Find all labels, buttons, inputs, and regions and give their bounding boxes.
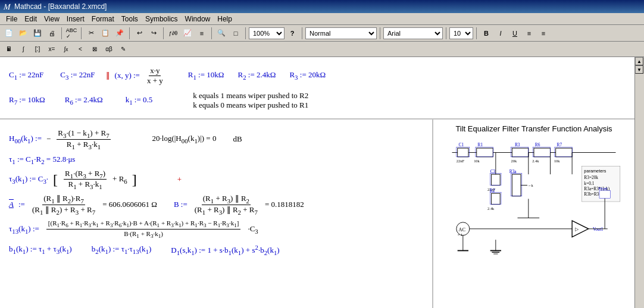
- svg-text:parameters: parameters: [584, 168, 606, 174]
- b2-def: b2(k1) := τ1·τ13(k1): [92, 244, 152, 255]
- insert-graph-button[interactable]: 📈: [181, 27, 194, 40]
- zoom-in-button[interactable]: 🔍: [215, 27, 228, 40]
- menu-edit[interactable]: Edit: [21, 14, 40, 24]
- svg-rect-62: [599, 191, 610, 199]
- zoom-select[interactable]: 100%: [249, 27, 285, 39]
- math-palette3[interactable]: x=: [45, 43, 58, 56]
- toolbar-2: 🖩 ∫ [⁚] x= ∫x < ⊠ αβ ✎: [0, 42, 644, 57]
- math-palette1[interactable]: ∫: [17, 43, 30, 56]
- math-palette2[interactable]: [⁚]: [31, 43, 44, 56]
- menu-tools[interactable]: Tools: [118, 14, 142, 24]
- spell-button[interactable]: ABC✓: [65, 27, 78, 40]
- h00-lhs: H00(k1) :=: [9, 134, 42, 144]
- svg-text:10k: 10k: [474, 159, 480, 163]
- scroll-down-button[interactable]: ▼: [635, 65, 643, 74]
- B-fraction: (R1 + R3) ‖ R2 (R1 + R3) ‖ R2 + R7: [193, 194, 259, 215]
- circuit-area: Tilt Equalizer Filter Transfer Function …: [432, 120, 634, 308]
- svg-rect-15: [492, 193, 501, 204]
- pipe-sym: ‖: [106, 71, 110, 80]
- tau3-fraction: R1·(R3 + R7) R1 + R3·k1: [64, 169, 107, 190]
- math-palette8[interactable]: ✎: [117, 43, 130, 56]
- font-size-select[interactable]: 10: [449, 27, 473, 39]
- undo-button[interactable]: ↩: [133, 27, 146, 40]
- svg-text:10k: 10k: [554, 159, 560, 163]
- right-scrollbar[interactable]: ▲ ▼: [634, 57, 644, 308]
- new-button[interactable]: 📄: [2, 27, 15, 40]
- menu-view[interactable]: View: [40, 14, 63, 24]
- menu-window[interactable]: Window: [182, 14, 214, 24]
- paste-button[interactable]: 📌: [113, 27, 126, 40]
- title-bar: 𝑀 Mathcad - [Baxandal 2.xmcd]: [0, 0, 644, 13]
- tau13-fraction: [(R1·R6 + R1·R3·k1 + R3·R6·k1)·B + A·(R1…: [46, 219, 241, 240]
- r1-def: R1 := 10kΩ: [188, 70, 224, 81]
- top-section: C1 := 22nF C3 := 22nF ‖ (x, y) := x·y x …: [0, 57, 634, 120]
- main-area: C1 := 22nF C3 := 22nF ‖ (x, y) := x·y x …: [0, 57, 644, 308]
- svg-text:2.4k: 2.4k: [532, 159, 539, 163]
- tau3-close-bracket: ]: [132, 172, 137, 187]
- style-select[interactable]: Normal: [305, 27, 377, 39]
- math-palette5[interactable]: <: [74, 43, 87, 56]
- fxy-fraction: x·y x + y: [146, 66, 164, 86]
- redo-button[interactable]: ↪: [147, 27, 160, 40]
- underline-button[interactable]: U: [508, 27, 521, 40]
- svg-rect-24: [512, 174, 521, 196]
- svg-text:R2: R2: [490, 188, 495, 193]
- open-button[interactable]: 📂: [17, 27, 30, 40]
- svg-text:R1: R1: [478, 142, 483, 147]
- tau3-lhs: τ3(k1) := C3·: [9, 174, 48, 185]
- scroll-up-button[interactable]: ▲: [635, 57, 643, 65]
- svg-text:= 1: = 1: [458, 232, 462, 237]
- print-button[interactable]: 🖨: [45, 27, 58, 40]
- A-val: = 606.0606061 Ω: [102, 200, 157, 209]
- ab-row: A := (R1 ‖ R2)·R7 (R1 ‖ R2) + R3 + R7 = …: [9, 194, 423, 215]
- math-content: H00(k1) := − R3·(1 − k1) + R7 R1 + R3·k1…: [0, 120, 432, 308]
- svg-rect-12: [512, 148, 529, 157]
- insert-text-button[interactable]: ≡: [195, 27, 208, 40]
- svg-text:R7: R7: [557, 142, 562, 147]
- A-assign: :=: [18, 200, 25, 209]
- math-palette4[interactable]: ∫x: [60, 43, 73, 56]
- h00-neg: −: [46, 134, 51, 144]
- r6-def: R6 := 2.4kΩ: [65, 95, 103, 106]
- window-title: Mathcad - [Baxandal 2.xmcd]: [14, 2, 107, 11]
- save-button[interactable]: 💾: [31, 27, 44, 40]
- toolbar-1: 📄 📂 💾 🖨 ABC✓ ✂ 📋 📌 ↩ ↪ ƒ∂θ 📈 ≡ 🔍 □ 100% …: [0, 25, 644, 42]
- app-icon: 𝑀: [4, 2, 11, 12]
- r3-def: R3 := 20kΩ: [289, 70, 326, 81]
- svg-text:20k: 20k: [511, 159, 517, 163]
- align-right-button[interactable]: ≡: [537, 27, 550, 40]
- tau1-def: τ1 := C1·R2 = 52.8·μs: [9, 155, 75, 165]
- menu-file[interactable]: File: [2, 14, 21, 24]
- r7-def: R7 := 10kΩ: [9, 95, 45, 106]
- svg-text:R3a: R3a: [509, 169, 517, 174]
- calculator-button[interactable]: 🖩: [2, 43, 15, 56]
- tau13-lhs: τ13(k1) :=: [9, 224, 39, 235]
- h00-eq2: 20·log(|H00(k1)|) = 0: [152, 134, 217, 144]
- menu-help[interactable]: Help: [214, 14, 236, 24]
- B-lhs: B :=: [174, 200, 187, 209]
- menu-insert[interactable]: Insert: [63, 14, 88, 24]
- insert-math-button[interactable]: ƒ∂θ: [167, 27, 180, 40]
- svg-rect-9: [492, 174, 501, 185]
- copy-button[interactable]: 📋: [99, 27, 112, 40]
- svg-text:2.4k: 2.4k: [487, 206, 495, 210]
- k1-def: k1 := 0.5: [126, 95, 153, 106]
- align-left-button[interactable]: ≡: [523, 27, 536, 40]
- zoom-out-button[interactable]: □: [229, 27, 242, 40]
- notes: k equals 1 means wiper pushed to R2 k eq…: [193, 91, 308, 110]
- bold-button[interactable]: B: [480, 27, 493, 40]
- menu-bar: File Edit View Insert Format Tools Symbo…: [0, 13, 644, 25]
- cut-button[interactable]: ✂: [85, 27, 98, 40]
- menu-symbolics[interactable]: Symbolics: [142, 14, 182, 24]
- italic-button[interactable]: I: [494, 27, 507, 40]
- content-wrapper: C1 := 22nF C3 := 22nF ‖ (x, y) := x·y x …: [0, 57, 634, 308]
- A-symbol: A: [9, 200, 14, 209]
- fxy-def: (x, y) :=: [115, 71, 140, 80]
- b1-def: b1(k1) := τ1 + τ3(k1): [9, 244, 72, 255]
- math-palette7[interactable]: αβ: [102, 43, 115, 56]
- menu-format[interactable]: Format: [88, 14, 118, 24]
- zoom-help-button[interactable]: ?: [286, 27, 299, 40]
- tau13-c3: ·C3: [248, 224, 258, 235]
- math-palette6[interactable]: ⊠: [88, 43, 101, 56]
- font-select[interactable]: Arial: [383, 27, 443, 39]
